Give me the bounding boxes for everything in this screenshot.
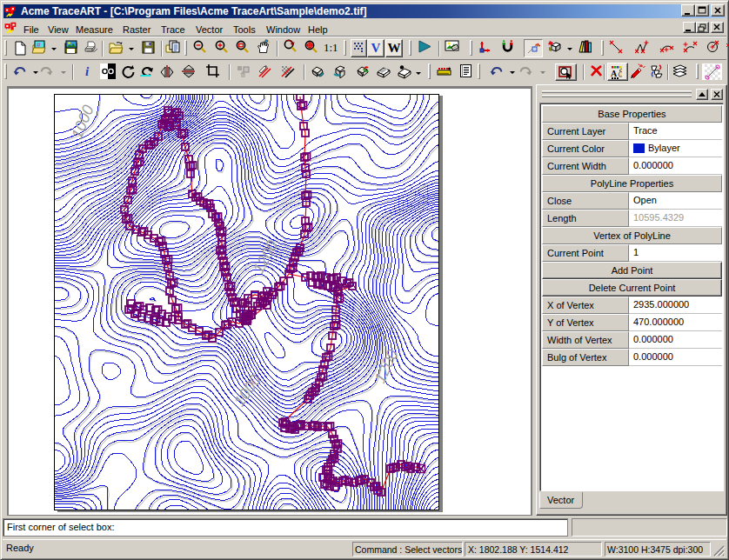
svg-text:A: A <box>611 69 618 78</box>
svg-text:1:1: 1:1 <box>324 41 338 54</box>
svg-text:i: i <box>85 64 90 78</box>
